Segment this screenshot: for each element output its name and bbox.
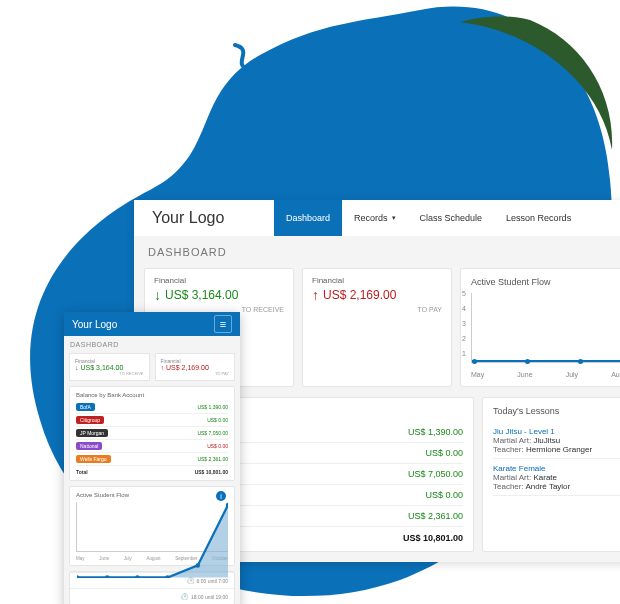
svg-point-1 <box>105 575 110 577</box>
sub: TO PAY <box>161 371 230 376</box>
clock-icon: 🕐 <box>181 593 188 600</box>
arrow-down-icon: ↓ <box>75 364 79 371</box>
sub: TO RECEIVE <box>75 371 144 376</box>
lesson-martial: JiuJitsu <box>533 436 560 445</box>
schedule-row: 🕐18:00 until 19:00 <box>70 588 234 604</box>
mobile-topbar: Your Logo ≡ <box>64 312 240 336</box>
account-row: CitigroupUS$ 0.00 <box>76 414 228 427</box>
lesson-item: Karate Female Martial Art: Karate Teache… <box>493 459 620 496</box>
account-value: US$ 1,390.00 <box>197 404 228 410</box>
schedule-time: 6:00 until 7:00 <box>197 578 228 584</box>
amount: US$ 3,164.00 <box>81 364 124 371</box>
total-label: Total <box>76 469 88 475</box>
lesson-martial-label: Martial Art: <box>493 473 531 482</box>
brand-logo: Your Logo <box>134 209 274 227</box>
account-pill: Wells Fargo <box>76 455 111 463</box>
schedule-time: 18:00 until 19:00 <box>191 594 228 600</box>
lesson-teacher: André Taylor <box>525 482 570 491</box>
lesson-link[interactable]: Jiu Jitsu - Level 1 <box>493 427 555 436</box>
asf-title: Active Student Flow <box>471 277 620 287</box>
account-pill: BofA <box>76 403 95 411</box>
account-row: JP MorganUS$ 7,050.00 <box>76 427 228 440</box>
account-value: US$ 2,361.00 <box>197 456 228 462</box>
receive-amount: US$ 3,164.00 <box>165 288 238 302</box>
nav-records[interactable]: Records▾ <box>342 200 408 236</box>
account-pill: National <box>76 442 102 450</box>
amount: US$ 2,169.00 <box>166 364 209 371</box>
total-value: US$ 10,801.00 <box>195 469 228 475</box>
mobile-preview: Your Logo ≡ DASHBOARD Financial ↓US$ 3,1… <box>64 312 240 604</box>
account-row: Wells FargoUS$ 2,361.00 <box>76 453 228 466</box>
nav-class-schedule[interactable]: Class Schedule <box>408 200 495 236</box>
lesson-link[interactable]: Karate Female <box>493 464 545 473</box>
mobile-balance-card: Balance by Bank Account BofAUS$ 1,390.00… <box>69 386 235 481</box>
arrow-up-icon: ↑ <box>161 364 165 371</box>
nav-lesson-records[interactable]: Lesson Records <box>494 200 583 236</box>
ytick: 5 <box>462 290 466 297</box>
account-row: BofAUS$ 1,390.00 <box>76 401 228 414</box>
mobile-fin-pay[interactable]: Financial ↑US$ 2,169.00 TO PAY <box>155 353 236 381</box>
page-title: DASHBOARD <box>134 236 620 268</box>
clock-icon: 🕐 <box>187 577 194 584</box>
financial-label: Financial <box>154 276 284 285</box>
lesson-item: Jiu Jitsu - Level 1 Martial Art: JiuJits… <box>493 422 620 459</box>
arrow-down-icon: ↓ <box>154 288 161 302</box>
account-value: US$ 0.00 <box>207 443 228 449</box>
xtick: July <box>566 371 578 378</box>
svg-point-4 <box>196 563 201 568</box>
svg-point-3 <box>165 575 170 577</box>
account-pill: JP Morgan <box>76 429 108 437</box>
financial-pay-card[interactable]: Financial ↑US$ 2,169.00 TO PAY <box>302 268 452 387</box>
pay-amount: US$ 2,169.00 <box>323 288 396 302</box>
nav-records-label: Records <box>354 213 388 223</box>
account-value: US$ 0.00 <box>207 417 228 423</box>
todays-lessons-card: Today's Lessons Jiu Jitsu - Level 1 Mart… <box>482 397 620 552</box>
lessons-title: Today's Lessons <box>493 406 620 416</box>
xtick: June <box>517 371 532 378</box>
mobile-asf-card: Active Student Flowi May June July Augus… <box>69 486 235 566</box>
mobile-fin-receive[interactable]: Financial ↓US$ 3,164.00 TO RECEIVE <box>69 353 150 381</box>
pay-sub: TO PAY <box>312 306 442 313</box>
active-student-flow-card: Active Student Flow 5 4 3 2 1 May June J… <box>460 268 620 387</box>
lesson-martial-label: Martial Art: <box>493 436 531 445</box>
nav: Dashboard Records▾ Class Schedule Lesson… <box>274 200 583 236</box>
mobile-brand: Your Logo <box>72 319 117 330</box>
xtick: August <box>611 371 620 378</box>
financial-label: Financial <box>312 276 442 285</box>
lesson-teacher-label: Teacher: <box>493 445 524 454</box>
arrow-up-icon: ↑ <box>312 288 319 302</box>
lesson-teacher-label: Teacher: <box>493 482 524 491</box>
lesson-martial: Karate <box>533 473 557 482</box>
nav-dashboard[interactable]: Dashboard <box>274 200 342 236</box>
account-value: US$ 7,050.00 <box>197 430 228 436</box>
caret-down-icon: ▾ <box>392 214 396 222</box>
lesson-teacher: Hermione Granger <box>526 445 592 454</box>
balance-title: Balance by Bank Account <box>76 392 228 398</box>
mobile-page-title: DASHBOARD <box>64 336 240 353</box>
menu-icon[interactable]: ≡ <box>214 315 232 333</box>
top-bar: Your Logo Dashboard Records▾ Class Sched… <box>134 200 620 236</box>
account-pill: Citigroup <box>76 416 104 424</box>
account-row: NationalUS$ 0.00 <box>76 440 228 453</box>
asf-chart: 5 4 3 2 1 <box>471 293 620 363</box>
xtick: May <box>471 371 484 378</box>
mobile-asf-title: Active Student Flow <box>76 492 129 498</box>
ytick: 2 <box>462 335 466 342</box>
ytick: 4 <box>462 305 466 312</box>
svg-point-2 <box>135 575 140 577</box>
info-icon[interactable]: i <box>216 491 226 501</box>
svg-point-0 <box>77 575 79 577</box>
ytick: 1 <box>462 350 466 357</box>
ytick: 3 <box>462 320 466 327</box>
squiggle-decoration <box>225 40 285 124</box>
mobile-asf-chart <box>76 502 228 552</box>
